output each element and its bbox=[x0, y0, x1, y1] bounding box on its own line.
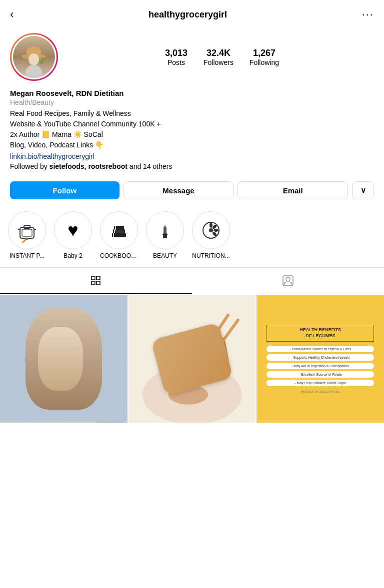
tab-tagged[interactable] bbox=[192, 268, 384, 294]
person-tag-icon bbox=[282, 275, 294, 287]
svg-rect-33 bbox=[30, 350, 70, 399]
followers-label: Followers bbox=[204, 58, 234, 66]
infographic-item-3: - May Aid in Digestion & Constipation bbox=[266, 363, 374, 369]
svg-rect-27 bbox=[92, 281, 95, 285]
profile-name: Megan Roosevelt, RDN Dietitian bbox=[10, 89, 374, 97]
highlights: 🥕 INSTANT P... ♥ Baby 2 COOKBOOKS bbox=[0, 207, 384, 267]
grid-icon bbox=[90, 275, 102, 287]
highlight-beauty[interactable]: BEAUTY bbox=[146, 211, 184, 259]
grid-photo-2[interactable] bbox=[128, 295, 256, 423]
stat-posts[interactable]: 3,013 Posts bbox=[165, 48, 188, 66]
bio-text: Real Food Recipes, Family & WellnessWebs… bbox=[10, 108, 374, 150]
highlight-baby2[interactable]: ♥ Baby 2 bbox=[54, 211, 92, 259]
email-button[interactable]: Email bbox=[238, 181, 348, 199]
stat-followers[interactable]: 32.4K Followers bbox=[204, 48, 234, 66]
following-count: 1,267 bbox=[253, 48, 276, 58]
highlight-label-instant: INSTANT P... bbox=[10, 252, 44, 259]
message-button[interactable]: Message bbox=[124, 181, 234, 199]
svg-rect-5 bbox=[22, 229, 32, 236]
stats: 3,013 Posts 32.4K Followers 1,267 Follow… bbox=[70, 48, 374, 66]
bio-link[interactable]: linkin.bio/healthygrocerygirl bbox=[10, 152, 374, 160]
highlight-label-nutrition: NUTRITION... bbox=[192, 252, 230, 259]
svg-rect-25 bbox=[92, 276, 95, 280]
highlight-label-cookbooks: COOKBOOKS bbox=[100, 252, 138, 259]
svg-rect-10 bbox=[112, 233, 126, 237]
profile-top: 3,013 Posts 32.4K Followers 1,267 Follow… bbox=[10, 33, 374, 81]
photo-grid: HEALTH BENEFITSOF LEGUMES - Plant-Based … bbox=[0, 295, 384, 423]
svg-point-2 bbox=[29, 53, 40, 65]
highlight-circle-baby2: ♥ bbox=[54, 211, 92, 249]
svg-point-34 bbox=[54, 352, 76, 377]
svg-point-32 bbox=[35, 318, 65, 353]
action-buttons: Follow Message Email ∨ bbox=[0, 176, 384, 207]
highlight-circle-beauty bbox=[146, 211, 184, 249]
back-button[interactable]: ‹ bbox=[10, 8, 14, 21]
more-options-button[interactable]: ··· bbox=[362, 8, 374, 21]
infographic-title: HEALTH BENEFITSOF LEGUMES bbox=[266, 325, 374, 341]
followers-count: 32.4K bbox=[206, 48, 230, 58]
svg-rect-26 bbox=[96, 276, 100, 280]
svg-rect-35 bbox=[54, 372, 76, 397]
grid-photo-1[interactable] bbox=[0, 295, 128, 423]
svg-rect-28 bbox=[96, 281, 100, 285]
infographic-item-5: - May Help Stabilize Blood Sugar bbox=[266, 380, 374, 386]
svg-rect-31 bbox=[0, 295, 128, 423]
profile-category: Health/Beauty bbox=[10, 98, 374, 106]
svg-point-36 bbox=[34, 318, 66, 338]
svg-point-20 bbox=[210, 223, 212, 228]
svg-text:🥕: 🥕 bbox=[21, 236, 28, 243]
highlight-cookbooks[interactable]: COOKBOOKS bbox=[100, 211, 138, 259]
posts-label: Posts bbox=[168, 58, 185, 66]
dropdown-button[interactable]: ∨ bbox=[352, 181, 374, 199]
avatar[interactable] bbox=[10, 33, 58, 81]
infographic-footer: @HEALTHYGROCERYGIRL bbox=[301, 390, 340, 393]
infographic-item-4: - Excellent Source of Folate bbox=[266, 371, 374, 378]
svg-point-24 bbox=[209, 228, 213, 232]
infographic-item-2: - Supports Healthy Cholesterol Levels bbox=[266, 354, 374, 361]
infographic-item-1: - Plant-Based Source of Protein & Fiber bbox=[266, 346, 374, 352]
stat-following[interactable]: 1,267 Following bbox=[250, 48, 279, 66]
grid-photo-3[interactable]: HEALTH BENEFITSOF LEGUMES - Plant-Based … bbox=[256, 295, 384, 423]
follow-button[interactable]: Follow bbox=[10, 181, 120, 199]
svg-point-40 bbox=[168, 385, 208, 405]
svg-rect-17 bbox=[164, 227, 166, 234]
svg-point-3 bbox=[26, 65, 42, 78]
svg-point-22 bbox=[214, 229, 218, 232]
following-label: Following bbox=[250, 58, 279, 66]
highlight-instant-pot[interactable]: 🥕 INSTANT P... bbox=[8, 211, 46, 259]
highlight-label-baby2: Baby 2 bbox=[64, 252, 82, 259]
header: ‹ healthygrocerygirl ··· bbox=[0, 0, 384, 27]
highlight-circle-instant: 🥕 bbox=[8, 211, 46, 249]
tabs bbox=[0, 267, 384, 294]
profile-section: 3,013 Posts 32.4K Followers 1,267 Follow… bbox=[0, 27, 384, 81]
svg-rect-18 bbox=[162, 234, 168, 235]
highlight-circle-nutrition bbox=[192, 211, 230, 249]
svg-point-30 bbox=[286, 277, 290, 281]
posts-count: 3,013 bbox=[165, 48, 188, 58]
followed-by: Followed by sietefoods, rootsreboot and … bbox=[10, 162, 374, 170]
bio-section: Megan Roosevelt, RDN Dietitian Health/Be… bbox=[0, 89, 384, 176]
header-username: healthygrocerygirl bbox=[148, 9, 227, 20]
tab-grid[interactable] bbox=[0, 268, 192, 294]
infographic: HEALTH BENEFITSOF LEGUMES - Plant-Based … bbox=[256, 295, 384, 423]
highlight-label-beauty: BEAUTY bbox=[153, 252, 177, 259]
heart-icon: ♥ bbox=[68, 220, 78, 241]
highlight-nutrition[interactable]: NUTRITION... bbox=[192, 211, 230, 259]
highlight-circle-cookbooks bbox=[100, 211, 138, 249]
svg-point-37 bbox=[39, 311, 61, 329]
